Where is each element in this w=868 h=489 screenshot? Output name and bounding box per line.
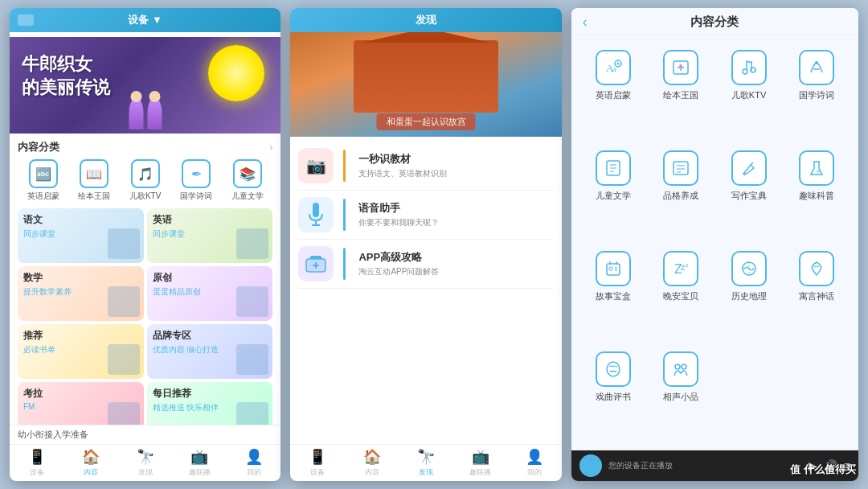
- cat-grid-crosstalk[interactable]: 相声小品: [647, 343, 714, 444]
- panel2-banner: 和蛋蛋一起认识故宫: [290, 32, 561, 137]
- cat-grid-opera[interactable]: 戏曲评书: [579, 343, 647, 444]
- card-img: [236, 402, 268, 425]
- card-meitui[interactable]: 每日推荐 精选推送 快乐相伴: [147, 382, 273, 425]
- cat-grid-label-0: 英语启蒙: [596, 89, 631, 101]
- cat-grid-picture[interactable]: 绘本王国: [647, 42, 714, 142]
- cat-grid-label-7: 趣味科普: [799, 190, 834, 202]
- content-icon: 🏠: [82, 448, 100, 466]
- banner-overlay-text: 和蛋蛋一起认识故宫: [377, 113, 476, 130]
- cat-grid-literature[interactable]: 儿童文学: [579, 142, 647, 243]
- panel-categories: ‹ 内容分类 A a 英语启蒙 绘本王国: [571, 8, 858, 481]
- cat-grid-ktv[interactable]: 儿歌KTV: [714, 42, 782, 142]
- feature-list: 📷 一秒识教材 支持语文、英语教材识别 语音助手 你要不要和我聊天呢？: [290, 137, 561, 444]
- moon-decoration: [208, 45, 264, 101]
- card-yuanchuang[interactable]: 原创 蛋蛋精品原创: [147, 266, 273, 321]
- cat-grid-history[interactable]: 历史地理: [714, 243, 782, 343]
- cat-grid-bedtime[interactable]: Z z z 晚安宝贝: [647, 243, 714, 343]
- banner-text: 牛郎织女 的美丽传说: [22, 53, 110, 99]
- profile-icon: 👤: [245, 448, 263, 466]
- bottom-nav: 📱 设备 🏠 内容 🔭 发现 📺 趣联播 👤 我的: [10, 444, 280, 481]
- p2-nav-label-content: 内容: [365, 467, 379, 478]
- feature-app[interactable]: APP高级攻略 淘云互动APP问题解答: [298, 240, 553, 289]
- card-yuwen[interactable]: 语文 同步课堂: [18, 208, 144, 263]
- cat-item-picture[interactable]: 📖 绘本王国: [72, 159, 117, 202]
- cat-grid-icon-ktv: [731, 50, 767, 85]
- feature-photo[interactable]: 📷 一秒识教材 支持语文、英语教材识别: [298, 142, 553, 191]
- cat-grid-character[interactable]: 品格养成: [647, 142, 714, 243]
- category-row: 🔤 英语启蒙 📖 绘本王国 🎵 儿歌KTV ✒ 国学诗词 📚 儿童文学: [18, 159, 272, 202]
- nav-content[interactable]: 🏠 内容: [63, 448, 117, 478]
- nav-profile[interactable]: 👤 我的: [227, 448, 280, 478]
- cat-grid-english[interactable]: A a 英语启蒙: [579, 42, 647, 142]
- cat-grid-guoxue[interactable]: 国学诗词: [783, 42, 850, 142]
- p2-nav-content[interactable]: 🏠 内容: [345, 448, 399, 478]
- svg-line-20: [751, 162, 753, 165]
- divider-orange: [343, 150, 346, 182]
- card-img: [108, 402, 140, 425]
- feature-main-voice: 语音助手: [358, 201, 553, 216]
- p2-nav-label-discover: 发现: [419, 467, 433, 478]
- card-shuxue[interactable]: 数学 提升数学素养: [18, 266, 144, 321]
- cat-grid-icon-bedtime: Z z z: [663, 251, 698, 286]
- content-section: 内容分类 › 🔤 英语启蒙 📖 绘本王国 🎵 儿歌KTV ✒ 国学诗词 📚: [10, 134, 280, 425]
- cat-item-ktv[interactable]: 🎵 儿歌KTV: [123, 159, 168, 202]
- nav-discover[interactable]: 🔭 发现: [118, 448, 172, 478]
- category-grid: A a 英语启蒙 绘本王国: [571, 35, 858, 450]
- discover-icon: 🔭: [137, 448, 154, 466]
- p2-device-icon: 📱: [309, 448, 326, 466]
- cat-grid-science[interactable]: 趣味科普: [783, 142, 850, 243]
- feature-content-photo: 一秒识教材 支持语文、英语教材识别: [358, 152, 553, 179]
- cat-grid-writing[interactable]: 写作宝典: [714, 142, 782, 243]
- card-yingyu[interactable]: 英语 同步课堂: [147, 208, 273, 263]
- nav-device[interactable]: 📱 设备: [10, 448, 63, 478]
- banner-figures: [129, 97, 162, 129]
- p2-nav-discover[interactable]: 🔭 发现: [399, 448, 452, 478]
- cat-grid-icon-picture: [663, 50, 698, 85]
- panel1-header: 设备 ▼: [10, 8, 280, 32]
- card-tuijian[interactable]: 推荐 必读书单: [18, 324, 144, 379]
- card-pinpai[interactable]: 品牌专区 优质内容 倾心打造: [147, 324, 273, 379]
- feature-voice[interactable]: 语音助手 你要不要和我聊天呢？: [298, 191, 553, 240]
- nav-label-device: 设备: [30, 467, 44, 478]
- card-kaola[interactable]: 考拉 FM: [18, 382, 144, 425]
- panel2-bottom-nav: 📱 设备 🏠 内容 🔭 发现 📺 趣联播 👤 我的: [290, 444, 561, 481]
- subject-grid: 语文 同步课堂 英语 同步课堂 数学 提升数学素养: [18, 208, 272, 425]
- bottom-promo: 幼小衔接入学准备: [18, 429, 88, 439]
- divider-blue2: [343, 248, 346, 280]
- cat-item-literature[interactable]: 📚 儿童文学: [225, 159, 270, 202]
- cat-icon-english: 🔤: [29, 159, 58, 188]
- card-img: [108, 286, 140, 317]
- cat-grid-icon-opera: [596, 351, 631, 387]
- p2-nav-profile[interactable]: 👤 我的: [507, 448, 561, 478]
- cat-label-literature: 儿童文学: [231, 191, 264, 202]
- back-button[interactable]: ‹: [583, 14, 588, 31]
- cat-item-english[interactable]: 🔤 英语启蒙: [21, 159, 66, 202]
- playing-avatar: [579, 454, 602, 477]
- cat-grid-label-13: 相声小品: [663, 391, 698, 403]
- cat-grid-label-9: 晚安宝贝: [663, 290, 698, 302]
- photo-icon-wrap: 📷: [298, 148, 334, 183]
- nav-label-content: 内容: [84, 467, 98, 478]
- cat-grid-fable[interactable]: 寓言神话: [783, 243, 850, 343]
- cat-label-ktv: 儿歌KTV: [129, 191, 161, 202]
- broadcast-icon: 📺: [190, 448, 208, 466]
- card-img: [108, 344, 140, 375]
- cat-item-guoxue[interactable]: ✒ 国学诗词: [174, 159, 219, 202]
- cat-icon-literature: 📚: [233, 159, 262, 188]
- p2-broadcast-icon: 📺: [472, 448, 489, 466]
- p2-nav-device[interactable]: 📱 设备: [290, 448, 344, 478]
- svg-point-35: [675, 364, 680, 369]
- p2-nav-broadcast[interactable]: 📺 趣联播: [453, 448, 507, 478]
- section-arrow: ›: [269, 142, 272, 153]
- nav-label-profile: 我的: [247, 467, 261, 478]
- cat-grid-label-8: 故事宝盒: [596, 290, 631, 302]
- cat-grid-label-5: 品格养成: [663, 190, 698, 202]
- cat-grid-icon-literature: [596, 150, 631, 186]
- cat-grid-story[interactable]: 故事宝盒: [579, 243, 647, 343]
- feature-content-voice: 语音助手 你要不要和我聊天呢？: [358, 201, 553, 228]
- camera-icon: [18, 14, 34, 26]
- nav-broadcast[interactable]: 📺 趣联播: [172, 448, 226, 478]
- feature-main-app: APP高级攻略: [358, 250, 553, 265]
- svg-point-8: [679, 64, 682, 68]
- p2-nav-label-broadcast: 趣联播: [469, 467, 491, 478]
